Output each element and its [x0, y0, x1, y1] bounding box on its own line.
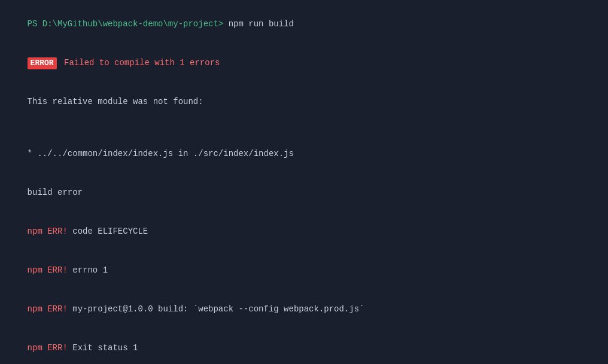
terminal-window: PS D:\MyGithub\webpack-demo\my-project> …: [7, 5, 601, 364]
npm-err-errno-1: npm ERR! errno 1: [7, 251, 601, 290]
empty-line-1: [7, 121, 601, 134]
npm-err-exit-1: npm ERR! Exit status 1: [7, 329, 601, 364]
not-found-text-1: This relative module was not found:: [28, 97, 203, 106]
prompt-text: PS D:\MyGithub\webpack-demo\my-project>: [28, 19, 224, 29]
build-error-text-1: build error: [28, 188, 83, 197]
npm-err-proj-1: npm ERR! my-project@1.0.0 build: `webpac…: [7, 290, 601, 329]
build-error-line-1: build error: [7, 173, 601, 212]
npm-err-exit-text-1: Exit status 1: [68, 343, 138, 353]
not-found-line-1: This relative module was not found:: [7, 82, 601, 121]
npm-err-proj-text-1: my-project@1.0.0 build: `webpack --confi…: [68, 304, 364, 314]
error-message-1: Failed to compile with 1 errors: [59, 58, 220, 68]
npm-err-prefix-2: npm ERR!: [28, 265, 68, 275]
npm-err-errno-text-1: errno 1: [68, 265, 108, 275]
error-badge-1: ERROR: [28, 57, 57, 69]
error-line-1: ERROR Failed to compile with 1 errors: [7, 44, 601, 82]
module-path-text-1: * ../../common/index/index.js in ./src/i…: [28, 149, 294, 158]
npm-err-code-1: npm ERR! code ELIFECYCLE: [7, 212, 601, 251]
command-text: npm run build: [223, 19, 294, 29]
npm-err-code-text-1: code ELIFECYCLE: [68, 227, 148, 236]
command-line: PS D:\MyGithub\webpack-demo\my-project> …: [7, 5, 601, 44]
npm-err-prefix-4: npm ERR!: [28, 343, 68, 353]
npm-err-prefix-1: npm ERR!: [28, 227, 68, 236]
module-path-1: * ../../common/index/index.js in ./src/i…: [7, 134, 601, 173]
npm-err-prefix-3: npm ERR!: [28, 304, 68, 314]
